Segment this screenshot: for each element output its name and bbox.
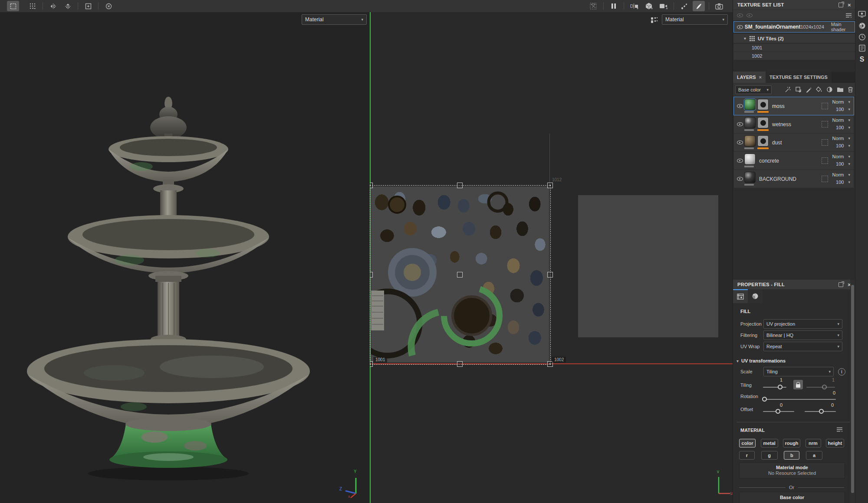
paint-tool-icon[interactable] (693, 1, 705, 11)
layer-visibility-icon[interactable] (736, 121, 743, 127)
detach-panel-icon[interactable] (838, 282, 843, 287)
channel-b-button[interactable]: b (784, 451, 799, 460)
camera-mode-icon[interactable]: ▾ (658, 1, 670, 11)
selection-handle-n[interactable] (457, 183, 463, 188)
uv-tile-row-1002[interactable]: 1002 (733, 52, 855, 60)
layer-opacity-dropdown[interactable]: 100▾ (836, 180, 850, 185)
scale-dropdown[interactable]: Tiling▾ (763, 367, 834, 376)
log-icon[interactable] (857, 43, 867, 53)
properties-scrollbar-thumb[interactable] (851, 285, 854, 493)
tiling-lock-button[interactable] (793, 380, 803, 389)
layer-opacity-dropdown[interactable]: 100▾ (836, 125, 850, 130)
layer-material-thumbnail[interactable] (744, 117, 756, 128)
layer-row-dust[interactable]: dust Norm▾ 100▾ (734, 134, 854, 151)
channel-r-button[interactable]: r (739, 451, 755, 460)
layer-blend-dropdown[interactable]: Norm▾ (832, 172, 850, 177)
detach-panel-icon[interactable] (838, 3, 843, 7)
tiling-x-slider-track[interactable] (763, 387, 786, 388)
channel-height-button[interactable]: height (826, 439, 844, 447)
uv-transformations-header[interactable]: ▾ UV transformations (736, 358, 786, 363)
texture-set-visibility-icon[interactable] (736, 24, 742, 30)
layer-row-background[interactable]: BACKGROUND Norm▾ 100▾ (734, 170, 854, 188)
fill-layer-icon[interactable] (816, 86, 822, 93)
add-frame-icon[interactable] (82, 1, 94, 11)
layer-material-thumbnail[interactable] (744, 135, 756, 147)
tiling-x-slider-knob[interactable] (778, 385, 783, 389)
substance-logo-icon[interactable]: S (857, 55, 867, 64)
layer-visibility-icon[interactable] (736, 103, 743, 109)
layer-opacity-dropdown[interactable]: 100▾ (836, 107, 850, 112)
tab-layers[interactable]: LAYERS × (733, 72, 766, 83)
layer-row-moss[interactable]: moss Norm▾ 100▾ (734, 97, 854, 115)
material-options-icon[interactable] (836, 427, 843, 432)
material-mode-button[interactable]: Material mode No Resource Selected (739, 462, 845, 479)
info-icon[interactable]: i (838, 368, 845, 376)
layer-row-concrete[interactable]: concrete Norm▾ 100▾ (734, 152, 854, 170)
layer-visibility-icon[interactable] (736, 176, 743, 182)
layer-visibility-icon[interactable] (736, 157, 743, 163)
selection-handle-ne[interactable] (547, 183, 553, 188)
selection-handle-center[interactable] (457, 272, 463, 278)
layer-blend-dropdown[interactable]: Norm▾ (832, 136, 850, 141)
list-options-icon[interactable] (845, 13, 852, 18)
offset-y-slider-knob[interactable] (819, 409, 824, 414)
base-color-button[interactable]: Base color (739, 492, 845, 503)
symmetry-disabled-icon[interactable] (587, 1, 599, 11)
selection-handle-nw[interactable] (370, 183, 373, 188)
uv-tile-row-1001[interactable]: 1001 (733, 44, 855, 52)
marquee-select-icon[interactable] (7, 1, 19, 11)
layer-opacity-dropdown[interactable]: 100▾ (836, 143, 850, 148)
solo-icon[interactable] (746, 12, 753, 18)
channel-filter-dropdown[interactable]: Base color ▾ (735, 85, 772, 94)
channel-rough-button[interactable]: rough (783, 439, 800, 447)
mirror-vertical-icon[interactable] (62, 1, 74, 11)
layer-visibility-icon[interactable] (736, 139, 743, 145)
channel-nrm-button[interactable]: nrm (806, 439, 821, 447)
texture-set-row[interactable]: SM_fountainOrnament 1024x1024 Main shade… (733, 21, 855, 33)
grid-snap-icon[interactable] (26, 1, 39, 11)
particles-tool-icon[interactable] (678, 1, 690, 11)
tab-material-properties[interactable] (748, 289, 763, 303)
channel-g-button[interactable]: g (761, 451, 778, 460)
uv-wrap-dropdown[interactable]: Repeat▾ (763, 342, 842, 351)
close-panel-icon[interactable]: × (848, 2, 851, 8)
selection-handle-e[interactable] (547, 272, 553, 278)
layer-material-thumbnail[interactable] (744, 99, 756, 110)
uv-tiles-group-row[interactable]: ▾ UV Tiles (2) (733, 34, 855, 43)
projection-dropdown[interactable]: UV projection▾ (763, 319, 842, 329)
properties-scrollbar-track[interactable] (850, 280, 855, 503)
show-all-icon[interactable] (736, 12, 743, 18)
channel-color-button[interactable]: color (739, 439, 756, 447)
selection-handle-s[interactable] (457, 361, 463, 367)
history-icon[interactable] (857, 32, 867, 42)
layer-blend-dropdown[interactable]: Norm▾ (832, 154, 850, 159)
projection-mode-icon[interactable]: D▾ (628, 1, 640, 11)
selection-handle-sw[interactable] (370, 361, 373, 367)
channel-metal-button[interactable]: metal (761, 439, 778, 447)
smart-material-icon[interactable] (785, 86, 791, 93)
viewport2d-shading-dropdown[interactable]: Material ▾ (662, 14, 728, 25)
layer-row-wetness[interactable]: wetness Norm▾ 100▾ (734, 115, 854, 133)
viewport3d-shading-dropdown[interactable]: Material ▾ (302, 14, 367, 25)
geometry-mode-icon[interactable]: ▾ (643, 1, 655, 11)
fill-effect-icon[interactable] (795, 86, 802, 93)
offset-x-slider-knob[interactable] (776, 409, 780, 414)
channel-display-icon[interactable] (650, 16, 658, 24)
mirror-horizontal-icon[interactable] (47, 1, 59, 11)
rotation-slider-track[interactable] (763, 399, 836, 400)
tree-expand-icon[interactable]: ▾ (744, 36, 746, 41)
smart-mask-icon[interactable] (826, 86, 833, 93)
pause-engine-icon[interactable] (608, 1, 620, 11)
layer-blend-dropdown[interactable]: Norm▾ (832, 118, 850, 123)
display-settings-icon[interactable] (857, 10, 867, 19)
layer-material-thumbnail[interactable] (744, 154, 756, 165)
tab-close-icon[interactable]: × (759, 75, 762, 80)
viewport-3d[interactable]: Material ▾ (0, 12, 370, 503)
rotation-slider-knob[interactable] (762, 397, 767, 402)
tiling-y-slider-track[interactable] (806, 387, 835, 388)
viewport-2d[interactable]: Material ▾ (370, 12, 733, 503)
layer-mask-thumbnail[interactable] (757, 117, 769, 128)
add-group-folder-icon[interactable] (837, 87, 844, 92)
viewer-capture-icon[interactable] (713, 1, 725, 11)
fountain-model[interactable] (25, 92, 312, 487)
